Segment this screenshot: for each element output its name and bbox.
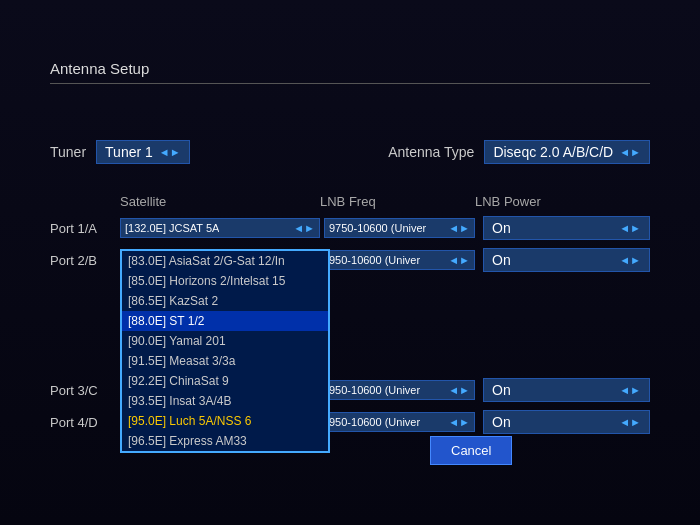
satellite-dropdown[interactable]: [83.0E] AsiaSat 2/G-Sat 12/In [85.0E] Ho… <box>120 249 330 453</box>
lnb-freq-select-2[interactable]: 950-10600 (Univer ◄► <box>324 250 475 270</box>
antenna-value: Diseqc 2.0 A/B/C/D <box>493 144 613 160</box>
lnb-power-value-4: On <box>492 414 511 430</box>
lnb-power-select-3[interactable]: On ◄► <box>483 378 650 402</box>
col-header-satellite: Satellite <box>120 194 320 209</box>
tuner-value: Tuner 1 <box>105 144 153 160</box>
tuner-arrow[interactable]: ◄► <box>159 146 181 158</box>
table-row-2: Port 2/B [83.0E] AsiaSat 2/G-Sat 12/In ◄… <box>50 245 650 275</box>
lnb-power-select-2[interactable]: On ◄► <box>483 248 650 272</box>
table-header: Satellite LNB Freq LNB Power <box>50 194 650 213</box>
lnb-power-select-4[interactable]: On ◄► <box>483 410 650 434</box>
tuner-value-box[interactable]: Tuner 1 ◄► <box>96 140 190 164</box>
lnb-freq-value-4: 950-10600 (Univer <box>329 416 420 428</box>
satellite-cell-2: [83.0E] AsiaSat 2/G-Sat 12/In ◄► [83.0E]… <box>120 249 320 271</box>
lnb-freq-cell-1: 9750-10600 (Univer ◄► <box>320 218 475 238</box>
page-title: Antenna Setup <box>50 60 149 77</box>
dropdown-item-1[interactable]: [85.0E] Horizons 2/Intelsat 15 <box>122 271 328 291</box>
dropdown-item-8[interactable]: [95.0E] Luch 5A/NSS 6 <box>122 411 328 431</box>
title-bar: Antenna Setup <box>50 60 650 84</box>
lnb-power-arrow-3[interactable]: ◄► <box>619 384 641 396</box>
antenna-arrow[interactable]: ◄► <box>619 146 641 158</box>
dropdown-item-3[interactable]: [88.0E] ST 1/2 <box>122 311 328 331</box>
tuner-label: Tuner <box>50 144 86 160</box>
dropdown-item-7[interactable]: [93.5E] Insat 3A/4B <box>122 391 328 411</box>
tuner-section: Tuner Tuner 1 ◄► <box>50 140 190 164</box>
screen: Antenna Setup Tuner Tuner 1 ◄► Antenna T… <box>0 0 700 525</box>
table-row: Port 1/A [132.0E] JCSAT 5A ◄► 9750-10600… <box>50 213 650 243</box>
antenna-label: Antenna Type <box>388 144 474 160</box>
port-label-1: Port 1/A <box>50 221 120 236</box>
lnb-freq-select-3[interactable]: 950-10600 (Univer ◄► <box>324 380 475 400</box>
lnb-freq-arrow-1[interactable]: ◄► <box>448 222 470 234</box>
lnb-freq-select-4[interactable]: 950-10600 (Univer ◄► <box>324 412 475 432</box>
dropdown-item-5[interactable]: [91.5E] Measat 3/3a <box>122 351 328 371</box>
dropdown-item-4[interactable]: [90.0E] Yamal 201 <box>122 331 328 351</box>
lnb-freq-value-3: 950-10600 (Univer <box>329 384 420 396</box>
cancel-button[interactable]: Cancel <box>430 436 512 465</box>
lnb-power-cell-3: On ◄► <box>475 378 650 402</box>
antenna-value-box[interactable]: Diseqc 2.0 A/B/C/D ◄► <box>484 140 650 164</box>
header-row: Tuner Tuner 1 ◄► Antenna Type Diseqc 2.0… <box>50 140 650 174</box>
lnb-freq-select-1[interactable]: 9750-10600 (Univer ◄► <box>324 218 475 238</box>
satellite-cell-1: [132.0E] JCSAT 5A ◄► <box>120 218 320 238</box>
col-header-lnb-freq: LNB Freq <box>320 194 475 209</box>
lnb-power-arrow-2[interactable]: ◄► <box>619 254 641 266</box>
dropdown-item-2[interactable]: [86.5E] KazSat 2 <box>122 291 328 311</box>
antenna-section: Antenna Type Diseqc 2.0 A/B/C/D ◄► <box>388 140 650 164</box>
lnb-power-cell-2: On ◄► <box>475 248 650 272</box>
dropdown-item-0[interactable]: [83.0E] AsiaSat 2/G-Sat 12/In <box>122 251 328 271</box>
col-header-lnb-power: LNB Power <box>475 194 650 209</box>
lnb-freq-arrow-4[interactable]: ◄► <box>448 416 470 428</box>
lnb-freq-arrow-3[interactable]: ◄► <box>448 384 470 396</box>
satellite-select-1[interactable]: [132.0E] JCSAT 5A ◄► <box>120 218 320 238</box>
lnb-power-value-1: On <box>492 220 511 236</box>
port-label-2: Port 2/B <box>50 253 120 268</box>
lnb-power-cell-1: On ◄► <box>475 216 650 240</box>
dropdown-item-6[interactable]: [92.2E] ChinaSat 9 <box>122 371 328 391</box>
dropdown-item-9[interactable]: [96.5E] Express AM33 <box>122 431 328 451</box>
lnb-power-value-3: On <box>492 382 511 398</box>
lnb-power-arrow-4[interactable]: ◄► <box>619 416 641 428</box>
satellite-value-1: [132.0E] JCSAT 5A <box>125 222 219 234</box>
lnb-freq-cell-4: 950-10600 (Univer ◄► <box>320 412 475 432</box>
lnb-power-value-2: On <box>492 252 511 268</box>
lnb-freq-value-1: 9750-10600 (Univer <box>329 222 426 234</box>
lnb-freq-cell-3: 950-10600 (Univer ◄► <box>320 380 475 400</box>
port-label-3: Port 3/C <box>50 383 120 398</box>
satellite-arrow-1[interactable]: ◄► <box>293 222 315 234</box>
lnb-power-select-1[interactable]: On ◄► <box>483 216 650 240</box>
lnb-freq-arrow-2[interactable]: ◄► <box>448 254 470 266</box>
lnb-power-arrow-1[interactable]: ◄► <box>619 222 641 234</box>
lnb-freq-cell-2: 950-10600 (Univer ◄► <box>320 250 475 270</box>
lnb-freq-value-2: 950-10600 (Univer <box>329 254 420 266</box>
port-label-4: Port 4/D <box>50 415 120 430</box>
lnb-power-cell-4: On ◄► <box>475 410 650 434</box>
